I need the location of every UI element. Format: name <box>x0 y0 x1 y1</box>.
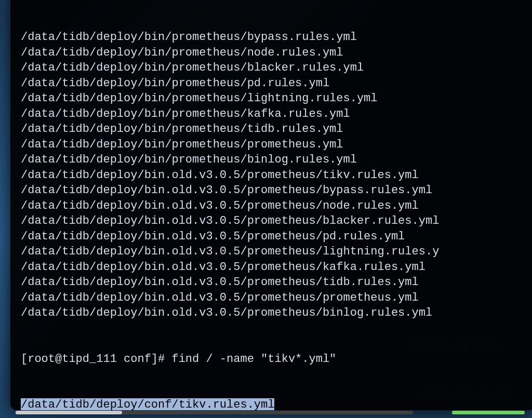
output-line: /data/tidb/deploy/bin/prometheus/pd.rule… <box>21 76 529 91</box>
terminal-window[interactable]: /data/tidb/deploy/bin/prometheus/bypass.… <box>10 0 532 410</box>
selection-highlight[interactable]: /data/tidb/deploy/conf/tikv.rules.yml <box>21 398 274 410</box>
output-line: /data/tidb/deploy/bin.old.v3.0.5/prometh… <box>21 244 529 260</box>
output-line: /data/tidb/deploy/bin/prometheus/binlog.… <box>21 152 529 168</box>
output-line: /data/tidb/deploy/bin.old.v3.0.5/prometh… <box>21 290 529 306</box>
output-line: /data/tidb/deploy/bin.old.v3.0.5/prometh… <box>21 275 529 290</box>
scrollbar-track-segment <box>122 411 413 414</box>
output-line: /data/tidb/deploy/bin.old.v3.0.5/prometh… <box>21 260 529 275</box>
output-line: /data/tidb/deploy/bin/prometheus/blacker… <box>21 60 529 76</box>
output-line: /data/tidb/deploy/bin.old.v3.0.5/prometh… <box>21 213 529 229</box>
command-line: [root@tipd_111 conf]# find / -name "tikv… <box>21 352 529 367</box>
output-line: /data/tidb/deploy/bin/prometheus/prometh… <box>21 137 529 153</box>
output-line: /data/tidb/deploy/bin/prometheus/node.ru… <box>21 45 529 61</box>
highlighted-path[interactable]: /data/tidb/deploy/conf/tikv.rules.yml <box>21 397 529 410</box>
shell-prompt: [root@tipd_111 conf]# <box>21 353 171 366</box>
terminal-output: /data/tidb/deploy/bin/prometheus/bypass.… <box>21 30 529 321</box>
output-line: /data/tidb/deploy/bin.old.v3.0.5/prometh… <box>21 229 529 245</box>
output-line: /data/tidb/deploy/bin.old.v3.0.5/prometh… <box>21 183 529 198</box>
horizontal-scrollbar[interactable] <box>16 411 525 416</box>
output-line: /data/tidb/deploy/bin/prometheus/tidb.ru… <box>21 122 529 137</box>
output-line: /data/tidb/deploy/bin/prometheus/lightni… <box>21 91 529 106</box>
scrollbar-thumb-alt[interactable] <box>452 411 525 414</box>
output-line: /data/tidb/deploy/bin.old.v3.0.5/prometh… <box>21 305 529 321</box>
output-line: /data/tidb/deploy/bin.old.v3.0.5/prometh… <box>21 198 529 214</box>
scrollbar-thumb[interactable] <box>16 411 122 414</box>
output-line: /data/tidb/deploy/bin/prometheus/bypass.… <box>21 30 529 45</box>
output-line: /data/tidb/deploy/bin/prometheus/kafka.r… <box>21 106 529 122</box>
typed-command: find / -name "tikv*.yml" <box>171 353 336 366</box>
output-line: /data/tidb/deploy/bin.old.v3.0.5/prometh… <box>21 168 529 183</box>
desktop-background: /*!*016 SET SQL -- 2021-03-31 23 -- Can'… <box>0 0 532 418</box>
